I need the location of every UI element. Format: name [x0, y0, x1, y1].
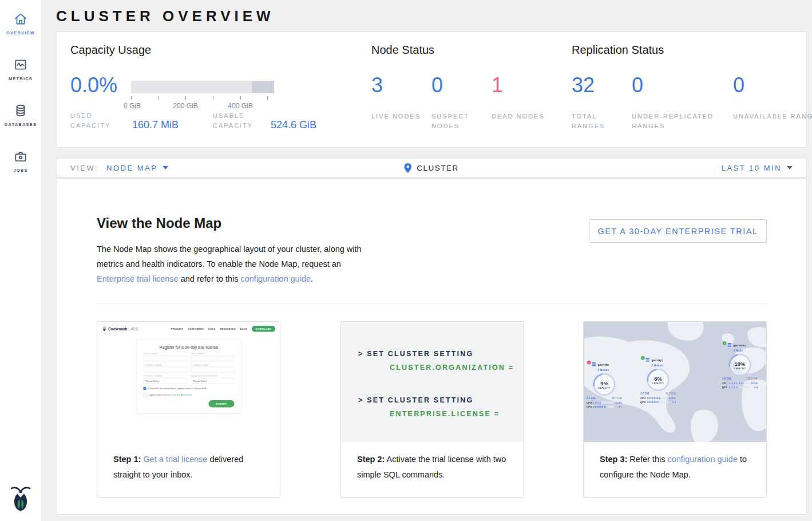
- databases-icon: [13, 103, 28, 122]
- axis-tick: [213, 96, 213, 100]
- configuration-guide-link[interactable]: configuration guide: [667, 455, 738, 464]
- nav-item: CUSTOMERS: [188, 327, 204, 330]
- sidebar-item-jobs[interactable]: JOBS: [0, 144, 41, 190]
- usable-capacity-value: 524.6 GiB: [271, 119, 316, 131]
- suspect-nodes-label: SUSPECT NODES: [431, 112, 486, 131]
- checkbox-empty-icon: [144, 393, 146, 396]
- axis-tick: [240, 96, 241, 100]
- view-selector-value: NODE MAP: [106, 164, 157, 172]
- qps-bar: [647, 401, 668, 403]
- description-text: .: [311, 274, 313, 283]
- sql-commands-preview: > SET CLUSTER SETTING CLUSTER.ORGANIZATI…: [341, 322, 524, 442]
- brand-suffix: LABS: [129, 327, 138, 331]
- cpu-bar: [593, 401, 614, 404]
- locality-widget-sfo: ! geo=sfo2 Nodes 9% CAPACITY 3.2 GiB35.1…: [587, 362, 622, 409]
- breadcrumb-cluster: CLUSTER: [404, 163, 459, 173]
- capacity-used: 3.2 GiB: [587, 397, 596, 400]
- axis-tick-label: 0 GiB: [124, 102, 141, 110]
- configuration-guide-link[interactable]: configuration guide: [240, 274, 311, 283]
- sidebar-item-databases[interactable]: DATABASES: [0, 98, 41, 144]
- under-replicated-ranges-value: 0: [632, 73, 643, 97]
- node-stack-icon: [727, 342, 732, 348]
- cockroach-labs-wordmark: Cockroach LABS: [102, 326, 138, 331]
- get-trial-license-link[interactable]: Get a trial license: [143, 455, 207, 464]
- cpu-value: 42.5%: [669, 397, 676, 400]
- node-map-preview: ! geo=sfo2 Nodes 9% CAPACITY 3.2 GiB35.1…: [584, 322, 766, 442]
- capacity-bar: [131, 81, 274, 93]
- step-number: Step 2:: [357, 455, 385, 464]
- sql-prompt: > SET CLUSTER SETTING: [358, 393, 524, 407]
- cpu-value: 11.0%: [615, 401, 622, 404]
- nav-item: BLOG: [240, 327, 248, 330]
- dead-nodes-value: 1: [492, 73, 503, 97]
- capacity-donut: 6% CAPACITY: [647, 369, 670, 391]
- sidebar-item-metrics[interactable]: METRICS: [0, 53, 41, 98]
- view-selector-dropdown[interactable]: NODE MAP: [106, 164, 168, 172]
- capacity-label: CAPACITY: [652, 382, 664, 385]
- checkbox-checked-icon: ✓: [144, 387, 146, 390]
- capacity-label: CAPACITY: [599, 387, 611, 389]
- scope-label: CLUSTER: [417, 164, 459, 172]
- step-number: Step 3:: [600, 455, 627, 464]
- qps-value: 4.7: [616, 405, 622, 408]
- step1-caption: Step 1: Get a trial license delivered st…: [97, 442, 280, 483]
- capacity-donut: 10% CAPACITY: [729, 354, 751, 376]
- axis-tick: [159, 96, 159, 100]
- sidebar-item-label: METRICS: [9, 76, 33, 81]
- sidebar-item-label: DATABASES: [5, 122, 37, 127]
- field-label: REASON FOR INTEREST: [191, 375, 235, 377]
- cpu-label: CPU: [640, 397, 647, 400]
- sidebar-item-label: JOBS: [13, 168, 27, 173]
- home-icon: [13, 11, 28, 30]
- node-map-panel: View the Node Map The Node Map shows the…: [56, 178, 807, 515]
- field-label: LAST NAME: [191, 353, 235, 355]
- sql-prompt: > SET CLUSTER SETTING: [358, 347, 524, 361]
- qps-value: 0.0: [670, 401, 676, 404]
- sidebar-item-overview[interactable]: OVERVIEW: [0, 7, 41, 53]
- under-replicated-ranges-label: UNDER-REPLICATED RANGES: [632, 112, 723, 131]
- sidebar-nav: OVERVIEW METRICS DATABASES JOBS: [0, 0, 41, 190]
- enterprise-trial-license-link[interactable]: Enterprise trial license: [97, 274, 179, 283]
- cpu-bar: [647, 397, 667, 399]
- total-ranges-label: TOTAL RANGES: [572, 112, 626, 131]
- view-label: VIEW:: [70, 164, 98, 172]
- locality-name: geo=nyc: [652, 359, 663, 362]
- capacity-percent: 9%: [600, 380, 608, 386]
- submit-button: SUBMIT: [209, 400, 235, 408]
- capacity-donut: 9% CAPACITY: [593, 373, 616, 396]
- cpu-label: CPU: [587, 401, 593, 404]
- capacity-percent: 6%: [654, 376, 662, 382]
- total-ranges-value: 32: [572, 73, 595, 97]
- capacity-total: 43.7 GiB: [666, 392, 676, 395]
- divider: [97, 303, 767, 303]
- license-agreement-link: Software License Agreement.: [163, 393, 192, 396]
- email-updates-checkbox-row: ✓I would like to receive email updates a…: [144, 387, 235, 390]
- suspect-nodes-value: 0: [431, 73, 443, 97]
- field-label: FIRST NAME: [144, 353, 187, 355]
- live-nodes-value: 3: [371, 73, 383, 97]
- sidebar-item-label: OVERVIEW: [6, 30, 35, 35]
- text-input: [144, 356, 187, 361]
- usable-capacity-label: USABLE CAPACITY: [213, 111, 276, 131]
- description-text: and refer to this: [179, 274, 241, 283]
- cpu-value: 53.3%: [751, 382, 758, 385]
- capacity-usage-title: Capacity Usage: [70, 44, 151, 57]
- locality-node-count: 2 Nodes: [652, 364, 663, 368]
- node-stack-icon: [645, 357, 651, 362]
- capacity-used: 3.7 GiB: [640, 392, 649, 395]
- replication-status-title: Replication Status: [572, 44, 664, 57]
- jobs-icon: [13, 149, 28, 168]
- field-label: PROJECT PHASE: [144, 375, 187, 377]
- axis-tick: [185, 96, 186, 100]
- cpu-bar: [729, 382, 749, 384]
- dead-nodes-label: DEAD NODES: [492, 112, 546, 121]
- step2-caption: Step 2: Activate the trial license with …: [341, 442, 524, 483]
- time-range-dropdown[interactable]: LAST 10 MIN: [722, 164, 793, 172]
- cpu-label: CPU: [722, 382, 729, 385]
- field-label: COMPANY NAME: [144, 364, 187, 366]
- checkbox-label: I would like to receive email updates ab…: [148, 387, 207, 390]
- enterprise-trial-button[interactable]: GET A 30-DAY ENTERPRISE TRIAL: [589, 219, 767, 243]
- select-input: Please Select: [191, 378, 235, 384]
- capacity-bar-other-segment: [252, 81, 274, 93]
- live-nodes-label: LIVE NODES: [371, 112, 426, 121]
